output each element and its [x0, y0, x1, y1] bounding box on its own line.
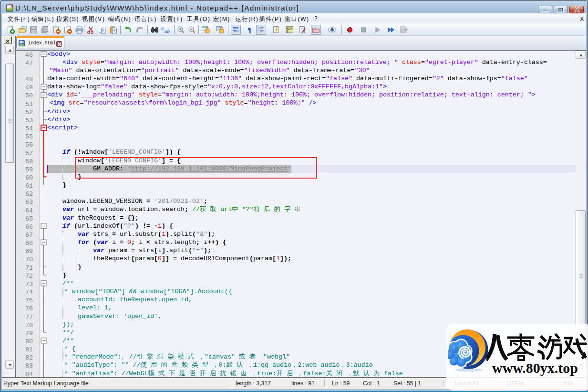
- svg-text:ab: ab: [165, 28, 170, 34]
- svg-text:b: b: [161, 26, 164, 31]
- svg-text:¶: ¶: [248, 26, 251, 34]
